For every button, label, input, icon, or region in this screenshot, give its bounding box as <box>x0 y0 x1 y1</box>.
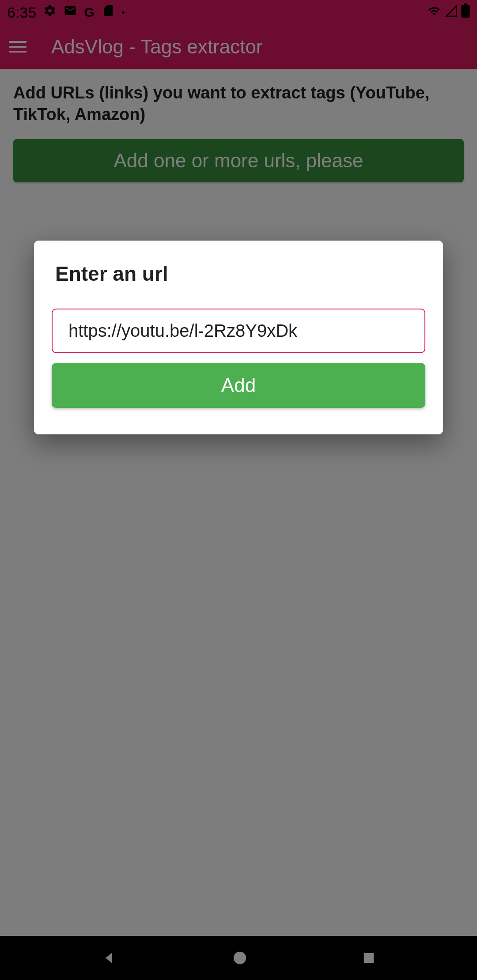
enter-url-dialog: Enter an url Add <box>34 241 443 434</box>
add-button[interactable]: Add <box>52 363 425 408</box>
dialog-title: Enter an url <box>52 262 425 286</box>
url-input[interactable] <box>52 309 425 353</box>
modal-overlay[interactable] <box>0 0 477 980</box>
